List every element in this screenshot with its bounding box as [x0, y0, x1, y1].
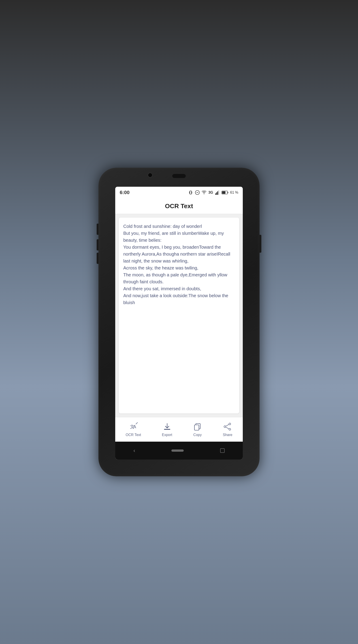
svg-point-5	[204, 194, 204, 194]
svg-rect-2	[192, 192, 192, 194]
svg-line-23	[226, 427, 229, 429]
svg-rect-0	[190, 191, 192, 194]
svg-point-21	[224, 426, 226, 428]
svg-text:A: A	[133, 424, 136, 429]
share-button[interactable]: Share	[223, 422, 232, 437]
export-button[interactable]: Export	[162, 422, 172, 437]
bottom-toolbar: 文 A OCR Text Export	[115, 417, 243, 442]
svg-rect-11	[228, 192, 228, 193]
share-icon	[223, 422, 232, 431]
status-time: 6:00	[120, 190, 130, 196]
ocr-text-label: OCR Text	[126, 433, 141, 437]
svg-rect-7	[216, 192, 217, 195]
copy-icon	[193, 422, 202, 431]
svg-line-22	[226, 424, 229, 426]
copy-button[interactable]: Copy	[193, 422, 202, 437]
svg-rect-18	[194, 425, 199, 430]
svg-rect-1	[189, 192, 190, 194]
content-area: Cold frost and sunshine: day of wonderl …	[115, 214, 243, 417]
network-type: 3G	[208, 190, 213, 194]
export-icon	[163, 422, 172, 431]
battery-icon	[222, 190, 228, 194]
wifi-icon	[202, 190, 207, 195]
copy-label: Copy	[193, 433, 202, 437]
back-button[interactable]: ‹	[133, 448, 135, 454]
phone-speaker	[172, 174, 186, 178]
status-bar: 6:00	[115, 187, 243, 198]
ocr-icon: 文 A	[129, 422, 138, 431]
status-icons: 3G 61 %	[188, 190, 238, 195]
nav-bar: ‹	[115, 442, 243, 460]
app-header: OCR Text	[115, 198, 243, 214]
svg-rect-12	[222, 192, 225, 194]
svg-point-19	[229, 423, 231, 425]
svg-rect-8	[217, 192, 218, 195]
home-button[interactable]	[171, 450, 184, 452]
svg-line-15	[136, 422, 138, 424]
recents-button[interactable]	[220, 448, 225, 453]
app-title: OCR Text	[165, 202, 193, 210]
export-label: Export	[162, 433, 172, 437]
dnd-icon	[195, 190, 200, 195]
svg-rect-16	[164, 429, 170, 430]
phone-camera	[148, 173, 153, 178]
svg-rect-9	[218, 190, 219, 195]
battery-percent: 61 %	[230, 190, 238, 194]
ocr-text-button[interactable]: 文 A OCR Text	[126, 422, 141, 437]
ocr-text-content: Cold frost and sunshine: day of wonderl …	[123, 223, 235, 306]
share-label: Share	[223, 433, 232, 437]
phone-device: 6:00	[99, 168, 259, 476]
vibrate-icon	[188, 190, 193, 195]
phone-screen: 6:00	[115, 187, 243, 460]
text-card: Cold frost and sunshine: day of wonderl …	[119, 218, 239, 414]
svg-point-20	[229, 428, 231, 430]
svg-rect-6	[215, 194, 216, 195]
signal-icon	[215, 190, 220, 195]
